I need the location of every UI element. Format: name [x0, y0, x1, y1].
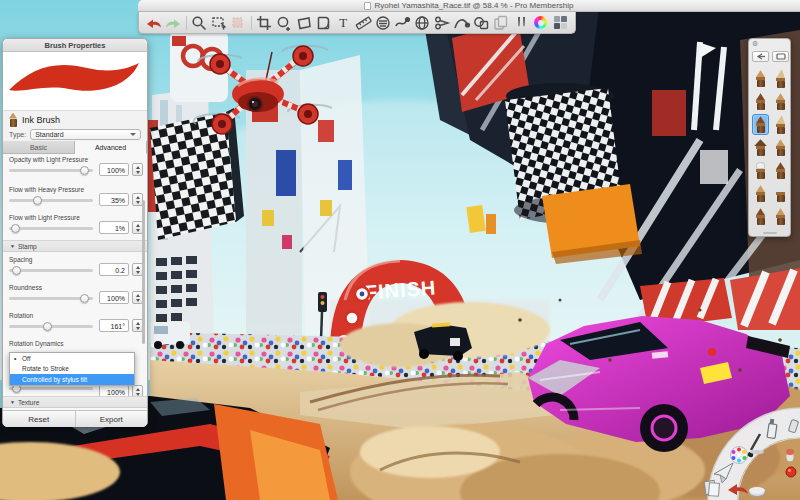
tab-advanced[interactable]: Advanced	[75, 141, 147, 154]
menu-option-stylus-tilt[interactable]: Controlled by stylus tilt	[10, 374, 134, 385]
rotation-slider[interactable]	[9, 325, 93, 328]
pages-icon[interactable]	[704, 480, 719, 496]
roundness-value[interactable]: 100%	[99, 291, 129, 304]
shapes-icon[interactable]	[472, 14, 491, 32]
color-sample-red[interactable]	[786, 467, 796, 477]
gear-icon[interactable]: ⚙	[752, 40, 758, 48]
section-texture[interactable]: ▼Texture	[3, 396, 147, 408]
chevron-down-icon	[130, 133, 136, 136]
panel-title[interactable]: Brush Properties	[3, 39, 147, 52]
brush-ink-brush-selected[interactable]	[752, 114, 769, 135]
polygon-select-icon[interactable]	[294, 14, 313, 32]
document-proxy-icon	[364, 2, 371, 10]
tab-basic[interactable]: Basic	[3, 141, 75, 153]
brush-properties-panel: Brush Properties Ink Brush Type: Standar…	[2, 38, 148, 427]
color-sample-capsule[interactable]	[786, 449, 794, 462]
spacing-slider[interactable]	[9, 269, 93, 272]
undo-icon[interactable]	[144, 14, 163, 32]
back-arrow-button[interactable]	[752, 51, 769, 62]
symmetry-icon[interactable]	[433, 14, 452, 32]
brush-liner-tip[interactable]	[772, 137, 789, 158]
brush-round-tip-2[interactable]	[772, 160, 789, 181]
toolbar-separator	[186, 16, 187, 30]
rotation-dynamics-menu: • Off Rotate to Stroke Controlled by sty…	[9, 352, 135, 386]
flow-light-slider[interactable]	[9, 227, 93, 230]
color-wheel-icon[interactable]	[532, 14, 551, 32]
corner-tool-pod	[685, 395, 800, 500]
flow-heavy-value[interactable]: 35%	[99, 193, 129, 206]
brush-glass-pen[interactable]	[752, 160, 769, 181]
brush-picker-panel: ⚙	[748, 38, 791, 237]
tracing-icon[interactable]	[492, 14, 511, 32]
menu-option-off[interactable]: • Off	[10, 353, 134, 364]
canvas-flip-icon[interactable]	[314, 14, 333, 32]
stencil-icon[interactable]	[373, 14, 392, 32]
brush-round-tip[interactable]	[772, 91, 789, 112]
brush-picker-icon[interactable]	[512, 14, 531, 32]
brush-palette-knife[interactable]	[772, 183, 789, 204]
toolbar-separator	[251, 16, 252, 30]
app-window: FINISH	[0, 0, 800, 500]
panel-scrollbar[interactable]	[142, 200, 146, 344]
window-title: Ryohei Yamashita_Race.tif @ 58.4 % - Pro…	[374, 1, 573, 10]
stroke-curve-icon[interactable]	[452, 14, 471, 32]
crop-icon[interactable]	[255, 14, 274, 32]
brush-name: Ink Brush	[22, 115, 60, 125]
ruler-icon[interactable]	[354, 14, 373, 32]
brush-pointed-tip[interactable]	[772, 68, 789, 89]
brush-marker-tip[interactable]	[752, 91, 769, 112]
panel-body: Opacity with Light Pressure 100% Flow wi…	[3, 154, 147, 427]
rotation-value[interactable]: 161°	[99, 319, 129, 332]
brush-chisel-tip[interactable]	[772, 206, 789, 227]
move-circle-icon[interactable]	[275, 14, 294, 32]
text-icon[interactable]: T	[334, 14, 353, 32]
type-select[interactable]: Standard	[30, 129, 141, 140]
ribbon-icon[interactable]	[393, 14, 412, 32]
opacity-light-stepper[interactable]	[132, 163, 143, 176]
frame-button[interactable]	[772, 51, 789, 62]
opacity-light-slider[interactable]	[9, 169, 93, 172]
panel-resize-handle[interactable]	[763, 232, 777, 235]
export-button[interactable]: Export	[76, 411, 148, 427]
color-wheel-icon[interactable]	[731, 447, 748, 464]
redo-icon[interactable]	[164, 14, 183, 32]
main-toolbar: T	[138, 12, 576, 34]
brush-tip-icon	[9, 113, 17, 127]
spacing-value[interactable]: 0.2	[99, 263, 129, 276]
roundness-slider[interactable]	[9, 297, 93, 300]
reset-button[interactable]: Reset	[3, 411, 76, 427]
sphere-icon[interactable]	[413, 14, 432, 32]
transform-selection-icon[interactable]	[229, 14, 248, 32]
zoom-icon[interactable]	[190, 14, 209, 32]
eraser-icon[interactable]	[749, 487, 765, 497]
brush-fan[interactable]	[752, 137, 769, 158]
swatches-icon[interactable]	[551, 14, 570, 32]
brush-feather-tip[interactable]	[772, 114, 789, 135]
flow-heavy-slider[interactable]	[9, 199, 93, 202]
color-sample-highlight	[788, 469, 791, 472]
menu-option-rotate-to-stroke[interactable]: Rotate to Stroke	[10, 364, 134, 375]
window-titlebar[interactable]: Ryohei Yamashita_Race.tif @ 58.4 % - Pro…	[138, 0, 800, 12]
brush-stroke-preview	[3, 52, 147, 111]
brush-ink-tip[interactable]	[752, 68, 769, 89]
section-stamp[interactable]: ▼Stamp	[3, 240, 147, 252]
brush-flat-tip[interactable]	[752, 183, 769, 204]
flow-light-value[interactable]: 1%	[99, 221, 129, 234]
brush-grid	[752, 68, 789, 227]
hidden-slider[interactable]	[9, 387, 93, 390]
type-label: Type:	[9, 131, 26, 138]
select-marquee-icon[interactable]	[209, 14, 228, 32]
opacity-light-value[interactable]: 100%	[99, 163, 129, 176]
selected-mark: •	[14, 355, 16, 362]
brush-stub-tip[interactable]	[752, 206, 769, 227]
